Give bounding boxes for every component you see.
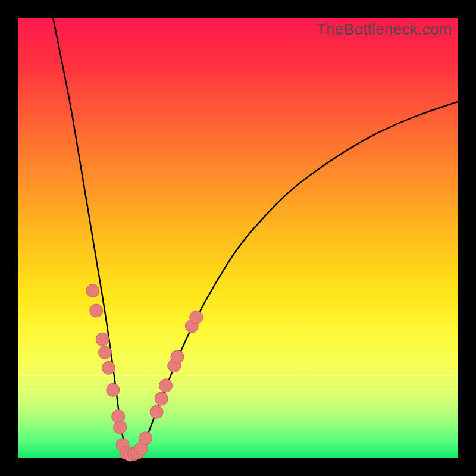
data-marker (102, 361, 115, 374)
data-marker (99, 346, 112, 359)
chart-frame: TheBottleneck.com (0, 0, 476, 476)
watermark-text: TheBottleneck.com (317, 20, 452, 39)
data-marker (90, 304, 103, 317)
data-marker (114, 421, 127, 434)
data-marker (150, 405, 163, 418)
bottleneck-chart (18, 18, 458, 458)
data-marker (86, 284, 99, 298)
data-marker (107, 383, 120, 396)
data-marker (159, 379, 173, 392)
plot-area: TheBottleneck.com (18, 18, 458, 458)
data-marker (155, 392, 168, 405)
data-marker (171, 350, 184, 364)
data-marker (190, 311, 203, 324)
data-marker (139, 432, 152, 445)
curve-markers (86, 284, 203, 461)
data-marker (96, 333, 109, 346)
